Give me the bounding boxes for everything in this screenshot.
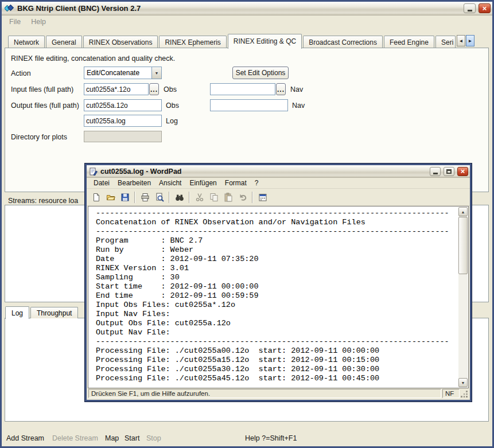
print-preview-icon <box>155 193 164 202</box>
print-preview-button[interactable] <box>153 190 166 204</box>
tab-broadcast-corrections[interactable]: Broadcast Corrections <box>303 36 383 48</box>
scroll-down-icon: ▼ <box>461 381 465 385</box>
tab-scroll-left-button[interactable]: ◄ <box>457 35 465 46</box>
input-nav-browse-button[interactable]: ... <box>276 83 286 95</box>
start-button[interactable]: Start <box>125 434 139 442</box>
open-file-button[interactable] <box>104 190 117 204</box>
wordpad-minimize-button[interactable] <box>430 167 441 176</box>
menu-hilfe[interactable]: ? <box>251 179 263 187</box>
panel-description: RINEX file editing, concatenation and qu… <box>11 54 175 63</box>
bnc-window-title: BKG Ntrip Client (BNC) Version 2.7 <box>17 4 461 13</box>
output-files-label: Output files (full path) <box>11 102 79 110</box>
copy-button[interactable] <box>207 190 220 204</box>
tab-serial[interactable]: Seri <box>435 36 456 48</box>
bnc-titlebar[interactable]: BKG Ntrip Client (BNC) Version 2.7 × <box>2 2 492 15</box>
cut-button[interactable] <box>193 190 206 204</box>
delete-stream-button[interactable]: Delete Stream <box>52 434 98 442</box>
wordpad-maximize-button[interactable] <box>444 167 454 176</box>
menu-bearbeiten[interactable]: Bearbeiten <box>114 179 155 187</box>
tab-log[interactable]: Log <box>5 306 29 319</box>
tab-throughput[interactable]: Throughput <box>30 307 78 318</box>
wordpad-close-button[interactable]: × <box>457 167 468 176</box>
tab-network[interactable]: Network <box>8 36 45 48</box>
output-obs-suffix-label: Obs <box>166 102 179 110</box>
help-button[interactable]: Help ?=Shift+F1 <box>245 434 297 442</box>
close-icon: × <box>461 167 465 175</box>
streams-label: Streams: resource loa <box>8 197 78 205</box>
toolbar-separator <box>134 192 135 203</box>
menu-einfuegen[interactable]: Einfügen <box>185 179 220 187</box>
tab-rinex-ephemeris[interactable]: RINEX Ephemeris <box>159 36 226 48</box>
toolbar-separator <box>189 192 190 203</box>
arrow-left-icon: ◄ <box>459 38 464 44</box>
tab-feed-engine[interactable]: Feed Engine <box>384 36 434 48</box>
menu-help[interactable]: Help <box>29 17 48 26</box>
arrow-right-icon: ► <box>468 38 473 44</box>
add-stream-button[interactable]: Add Stream <box>6 434 44 442</box>
input-files-label: Input files (full path) <box>11 85 73 94</box>
scroll-up-button[interactable]: ▲ <box>458 207 468 216</box>
paste-button[interactable] <box>221 190 235 204</box>
maximize-icon <box>446 169 452 174</box>
undo-button[interactable] <box>236 190 249 204</box>
resize-grip[interactable] <box>461 391 468 398</box>
status-nf-indicator: NF <box>442 389 460 398</box>
tab-general[interactable]: General <box>46 36 82 48</box>
output-obs-field[interactable] <box>84 99 162 111</box>
scrollbar-thumb[interactable] <box>458 217 468 274</box>
copy-icon <box>209 193 219 202</box>
input-nav-field[interactable] <box>210 83 275 95</box>
scroll-down-button[interactable]: ▼ <box>458 378 468 387</box>
log-tab-bar: Log Throughput <box>5 306 79 318</box>
wordpad-document-text[interactable]: ----------------------------------------… <box>89 207 458 387</box>
wordpad-document[interactable]: ----------------------------------------… <box>88 206 469 388</box>
bnc-close-button[interactable]: × <box>479 3 491 13</box>
minimize-icon <box>468 10 472 11</box>
menu-file[interactable]: File <box>7 17 23 26</box>
close-icon: × <box>483 5 487 12</box>
map-button[interactable]: Map <box>105 434 119 442</box>
wordpad-titlebar[interactable]: cut0255a.log - WordPad × <box>87 165 470 178</box>
new-file-button[interactable] <box>90 190 103 204</box>
date-time-button[interactable] <box>256 190 269 204</box>
tab-rinex-editing-qc[interactable]: RINEX Editing & QC <box>228 34 302 49</box>
wordpad-app-icon <box>90 167 98 176</box>
open-folder-icon <box>106 193 115 202</box>
print-icon <box>141 193 150 202</box>
wordpad-statusbar: Drücken Sie F1, um die Hilfe aufzurufen.… <box>88 388 469 399</box>
action-label: Action <box>11 69 31 77</box>
log-file-field[interactable] <box>84 115 162 127</box>
new-file-icon <box>92 193 101 202</box>
save-floppy-icon <box>120 193 130 202</box>
log-suffix-label: Log <box>166 117 178 125</box>
save-button[interactable] <box>118 190 131 204</box>
output-nav-field[interactable] <box>210 99 288 111</box>
desktop: BKG Ntrip Client (BNC) Version 2.7 × Fil… <box>0 0 494 448</box>
bnc-app-icon <box>5 4 14 13</box>
menu-format[interactable]: Format <box>221 179 251 187</box>
set-edit-options-button[interactable]: Set Edit Options <box>232 67 289 79</box>
toolbar-separator <box>252 192 253 203</box>
wordpad-toolbar <box>87 189 470 206</box>
input-nav-suffix-label: Nav <box>290 85 303 94</box>
bnc-menubar: File Help <box>2 15 492 28</box>
combo-dropdown-arrow-icon[interactable]: ▼ <box>151 67 161 79</box>
tab-rinex-observations[interactable]: RINEX Observations <box>83 36 158 48</box>
print-button[interactable] <box>138 190 151 204</box>
stop-button[interactable]: Stop <box>146 434 161 442</box>
cut-scissors-icon <box>195 193 204 202</box>
bnc-minimize-button[interactable] <box>464 3 476 13</box>
input-obs-suffix-label: Obs <box>164 85 177 94</box>
menu-ansicht[interactable]: Ansicht <box>155 179 185 187</box>
tab-scroll-right-button[interactable]: ► <box>466 35 474 46</box>
vertical-scrollbar[interactable]: ▲ ▼ <box>458 207 468 387</box>
menu-datei[interactable]: Datei <box>90 179 114 187</box>
undo-arrow-icon <box>238 193 247 202</box>
find-button[interactable] <box>173 190 186 204</box>
output-nav-suffix-label: Nav <box>292 102 305 110</box>
action-combobox[interactable]: Edit/Concatenate ▼ <box>84 67 162 79</box>
input-obs-browse-button[interactable]: ... <box>149 83 159 95</box>
input-obs-field[interactable] <box>84 83 149 95</box>
wordpad-window: cut0255a.log - WordPad × Datei Bearbeite… <box>85 163 472 402</box>
bnc-tab-bar: Network General RINEX Observations RINEX… <box>3 32 491 48</box>
